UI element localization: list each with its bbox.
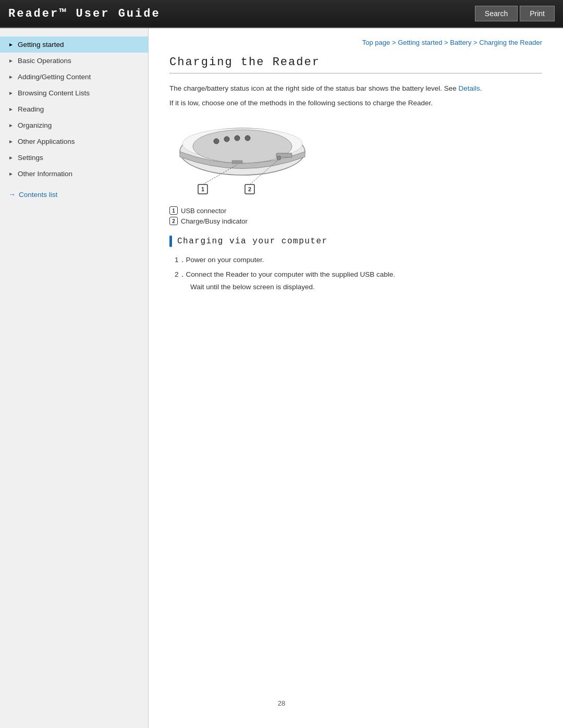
svg-point-4 xyxy=(224,137,229,142)
sidebar-label-other-information: Other Information xyxy=(18,170,72,178)
contents-link-label: Contents list xyxy=(19,191,57,199)
reader-image-area: 1 2 xyxy=(169,118,542,201)
header-buttons: Search Print xyxy=(475,6,555,21)
sidebar-item-organizing[interactable]: ► Organizing xyxy=(0,117,148,133)
svg-point-3 xyxy=(214,139,219,144)
sidebar-label-browsing-content: Browsing Content Lists xyxy=(18,89,90,97)
page-title: Charging the Reader xyxy=(169,56,542,73)
breadcrumb-current: Charging the Reader xyxy=(479,39,542,46)
chevron-right-icon: ► xyxy=(8,171,14,177)
chevron-right-icon: ► xyxy=(8,122,14,128)
step-2: 2．Connect the Reader to your computer wi… xyxy=(175,269,542,280)
section-header: Charging via your computer xyxy=(169,236,542,247)
steps-list: 1．Power on your computer. 2．Connect the … xyxy=(175,254,542,291)
chevron-right-icon: ► xyxy=(8,58,14,64)
details-link[interactable]: Details xyxy=(459,84,480,92)
svg-rect-14 xyxy=(232,161,242,164)
intro-text2: If it is low, choose one of the methods … xyxy=(169,97,542,109)
app-title: Reader™ User Guide xyxy=(8,7,161,20)
chevron-right-icon: ► xyxy=(8,139,14,144)
section-title: Charging via your computer xyxy=(177,237,328,246)
arrow-right-icon: → xyxy=(8,190,16,199)
sidebar-item-reading[interactable]: ► Reading xyxy=(0,101,148,117)
content-area: Top page > Getting started > Battery > C… xyxy=(149,28,563,728)
intro-text: The charge/battery status icon at the ri… xyxy=(169,84,457,92)
svg-point-15 xyxy=(277,156,281,160)
chevron-right-icon: ► xyxy=(8,155,14,161)
chevron-right-icon: ► xyxy=(8,90,14,96)
intro-paragraph: The charge/battery status icon at the ri… xyxy=(169,83,542,94)
sidebar-label-basic-operations: Basic Operations xyxy=(18,57,71,65)
header: Reader™ User Guide Search Print xyxy=(0,0,563,28)
label-text-1: USB connector xyxy=(181,207,226,215)
sidebar-item-other-applications[interactable]: ► Other Applications xyxy=(0,133,148,150)
step-2-text: 2．Connect the Reader to your computer wi… xyxy=(175,270,395,278)
sidebar-item-basic-operations[interactable]: ► Basic Operations xyxy=(0,53,148,69)
label-item-2: 2 Charge/Busy indicator xyxy=(169,217,542,225)
sidebar-item-adding-content[interactable]: ► Adding/Getting Content xyxy=(0,69,148,85)
chevron-right-icon: ► xyxy=(8,74,14,80)
main-layout: ► Getting started ► Basic Operations ► A… xyxy=(0,28,563,728)
chevron-right-icon: ► xyxy=(8,42,14,47)
step-2-sub: Wait until the below screen is displayed… xyxy=(190,283,542,291)
footer: 28 xyxy=(0,689,563,718)
label-list: 1 USB connector 2 Charge/Busy indicator xyxy=(169,206,542,225)
sidebar-label-reading: Reading xyxy=(18,105,44,113)
sidebar: ► Getting started ► Basic Operations ► A… xyxy=(0,28,149,728)
contents-list-link[interactable]: → Contents list xyxy=(0,184,148,205)
step-1-text: 1．Power on your computer. xyxy=(175,256,264,264)
sidebar-item-getting-started[interactable]: ► Getting started xyxy=(0,36,148,53)
svg-text:2: 2 xyxy=(248,186,251,192)
label-num-2: 2 xyxy=(169,217,178,225)
sidebar-item-other-information[interactable]: ► Other Information xyxy=(0,166,148,182)
label-num-1: 1 xyxy=(169,206,178,215)
print-button[interactable]: Print xyxy=(520,6,555,21)
sidebar-label-settings: Settings xyxy=(18,154,43,162)
chevron-right-icon: ► xyxy=(8,106,14,112)
breadcrumb-battery[interactable]: Battery xyxy=(450,39,471,46)
breadcrumb-getting-started[interactable]: Getting started xyxy=(398,39,442,46)
step-1: 1．Power on your computer. xyxy=(175,254,542,266)
sidebar-item-settings[interactable]: ► Settings xyxy=(0,150,148,166)
search-button[interactable]: Search xyxy=(475,6,518,21)
sidebar-label-adding-content: Adding/Getting Content xyxy=(18,73,91,81)
label-text-2: Charge/Busy indicator xyxy=(181,217,248,225)
breadcrumb-top[interactable]: Top page xyxy=(362,39,390,46)
sidebar-item-browsing-content[interactable]: ► Browsing Content Lists xyxy=(0,85,148,101)
svg-point-5 xyxy=(235,135,240,141)
svg-text:1: 1 xyxy=(201,186,204,192)
section-bar-decoration xyxy=(169,236,172,247)
page-number: 28 xyxy=(278,699,285,707)
label-item-1: 1 USB connector xyxy=(169,206,542,215)
svg-point-6 xyxy=(245,135,250,141)
sidebar-label-other-applications: Other Applications xyxy=(18,138,75,145)
sidebar-label-organizing: Organizing xyxy=(18,121,52,129)
sidebar-label-getting-started: Getting started xyxy=(18,41,64,48)
reader-device-illustration: 1 2 xyxy=(169,118,315,201)
breadcrumb: Top page > Getting started > Battery > C… xyxy=(169,39,542,46)
